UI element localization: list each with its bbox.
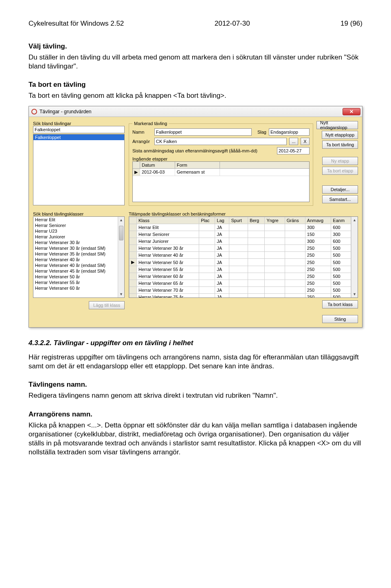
input-namn[interactable]: [154, 128, 252, 136]
btn-nytt-etapplopp[interactable]: Nytt etapplopp: [322, 131, 358, 139]
label-slag: Slag: [257, 130, 266, 134]
label-tillampade-klasser: Tillämpade tävlingsklasser och beräkning…: [129, 211, 358, 216]
list-item[interactable]: Herrar Veteraner 40 år (endast SM): [33, 262, 124, 268]
btn-arrangor-clear[interactable]: X: [301, 138, 310, 145]
table-row[interactable]: Herrar Veteraner 60 årJA250500: [130, 273, 351, 280]
label-sok-bland-tavlingsklasser: Sök bland tävlingsklasser: [33, 211, 125, 216]
btn-ta-bort-tavling[interactable]: Ta bort tävling: [322, 141, 358, 149]
col-plac: Plac: [199, 217, 215, 224]
btn-samstart[interactable]: Samstart...: [322, 195, 358, 203]
heading-arrangorens-namn: Arrangörens namn.: [29, 410, 362, 418]
input-sista-anmalningsdag[interactable]: [277, 147, 310, 154]
btn-nytt-endagarslopp[interactable]: Nytt endagarslopp: [316, 121, 358, 129]
input-arrangor[interactable]: [154, 138, 287, 145]
header-center: 2012-07-30: [215, 20, 250, 28]
table-row[interactable]: Herrar Veteraner 70 årJA250500: [130, 287, 351, 294]
col-datum: Datum: [140, 162, 175, 168]
table-row[interactable]: Herrar Veteraner 65 årJA250500: [130, 280, 351, 287]
scrollbar[interactable]: ▲ ▼: [351, 217, 358, 297]
list-item[interactable]: Herrar Veteraner 45 år (endast SM): [33, 268, 124, 274]
table-row[interactable]: ▶Herrar Veteraner 50 årJA250500: [130, 259, 351, 266]
scroll-up-icon[interactable]: ▲: [351, 217, 358, 223]
col-spurt: Spurt: [229, 217, 248, 224]
close-icon[interactable]: ✕: [343, 108, 360, 115]
list-item[interactable]: Herrar Veteraner 60 år: [33, 285, 124, 291]
paragraph-arrangorens-namn: Klicka på knappen <...>. Detta öppnar et…: [29, 421, 362, 457]
col-berg: Berg: [248, 217, 264, 224]
list-item[interactable]: Herrar Juniorer: [33, 234, 124, 240]
page-header: Cykelresultat för Windows 2.52 2012-07-3…: [29, 20, 362, 28]
btn-detaljer[interactable]: Detaljer...: [322, 185, 358, 194]
col-eanm: Eanm: [331, 217, 351, 224]
table-row[interactable]: Herrar ElitJA300600: [130, 224, 351, 231]
label-ingaende-etapper: Ingående etapper: [132, 156, 310, 161]
list-item[interactable]: Herrar Veteraner 50 år: [33, 274, 124, 280]
col-klass: Klass: [137, 217, 199, 224]
col-grans: Gräns: [285, 217, 305, 224]
table-row[interactable]: Herrar JuniorerJA300600: [130, 238, 351, 245]
table-tillampade-klasser[interactable]: Klass Plac Lag Spurt Berg Yngre Gräns An…: [129, 216, 358, 298]
paragraph-helhet: Här registreras uppgifter om tävlingens …: [29, 353, 362, 371]
scroll-down-icon[interactable]: ▼: [118, 291, 124, 297]
input-slag[interactable]: [269, 128, 310, 136]
list-item[interactable]: Herrar Veteraner 30 år: [33, 240, 124, 245]
app-icon: [31, 109, 37, 115]
table-row[interactable]: Herrar Veteraner 40 årJA250500: [130, 252, 351, 259]
table-row[interactable]: Herrar Veteraner 75 årJA250500: [130, 294, 351, 298]
table-etapper[interactable]: Datum Form ▶2012-06-03Gemensam st: [132, 161, 310, 202]
col-form: Form: [175, 162, 220, 168]
heading-ta-bort-tavling: Ta bort en tävling: [29, 81, 362, 89]
dialog-title: Tävlingar - grundvärden: [40, 109, 91, 115]
group-legend-markerad-tavling: Markerad tävling: [132, 121, 169, 126]
scroll-thumb[interactable]: [119, 226, 123, 240]
col-yngre: Yngre: [265, 217, 285, 224]
scroll-down-icon[interactable]: ▼: [351, 291, 358, 297]
btn-stang[interactable]: Stäng: [322, 315, 358, 323]
header-right: 19 (96): [340, 20, 362, 28]
heading-valj-tavling: Välj tävling.: [29, 42, 362, 51]
listbox-tavlingsklasser[interactable]: Herrar ElitHerrar SeniorerHerrar U23Herr…: [33, 216, 125, 298]
label-namn: Namn: [132, 130, 152, 134]
header-left: Cykelresultat för Windows 2.52: [29, 20, 124, 28]
col-lag: Lag: [215, 217, 229, 224]
table-row[interactable]: Herrar Veteraner 55 årJA250500: [130, 266, 351, 273]
list-item[interactable]: Herrar U23: [33, 228, 124, 234]
scroll-up-icon[interactable]: ▲: [118, 217, 124, 223]
btn-ta-bort-klass[interactable]: Ta bort klass: [322, 300, 358, 308]
paragraph-valj-tavling: Du ställer in den tävling du vill arbeta…: [29, 53, 362, 71]
listbox-tavlingar[interactable]: Falkenloppet: [33, 134, 125, 205]
btn-ny-etapp[interactable]: Ny etapp: [322, 157, 358, 165]
label-arrangor: Arrangör: [132, 139, 152, 144]
list-item[interactable]: Herrar Seniorer: [33, 222, 124, 228]
dialog-tavlingar-grundvarden: Tävlingar - grundvärden ✕ Sök bland tävl…: [29, 106, 362, 328]
list-item[interactable]: Herrar Veteraner 55 år: [33, 280, 124, 285]
paragraph-ta-bort-tavling: Ta bort en tävling genom att klicka på k…: [29, 91, 362, 100]
heading-4-3-2-2: 4.3.2.2. Tävlingar - uppgifter om en täv…: [29, 339, 362, 347]
table-row[interactable]: ▶2012-06-03Gemensam st: [133, 169, 309, 176]
list-item[interactable]: Herrar Veteraner 40 år: [33, 257, 124, 262]
search-tavlingar-input[interactable]: [33, 126, 125, 133]
btn-ta-bort-etapp[interactable]: Ta bort etapp: [322, 167, 358, 175]
paragraph-tavlingens-namn: Redigera tävlingens namn genom att skriv…: [29, 391, 362, 400]
dialog-titlebar[interactable]: Tävlingar - grundvärden ✕: [29, 106, 362, 117]
list-item[interactable]: Herrar Elit: [33, 217, 124, 222]
btn-lagg-till-klass[interactable]: Lägg till klass: [89, 301, 125, 309]
col-anmavg: Anmavg: [305, 217, 331, 224]
table-row[interactable]: Herrar SeniorerJA150300: [130, 231, 351, 238]
scrollbar[interactable]: ▲ ▼: [118, 217, 124, 297]
label-sok-bland-tavlingar: Sök bland tävlingar: [33, 121, 125, 126]
heading-tavlingens-namn: Tävlingens namn.: [29, 381, 362, 389]
list-item[interactable]: Herrar Veteraner 30 år (endast SM): [33, 245, 124, 251]
label-sista-anmalningsdag: Sista anmälningsdag utan efteranmälnings…: [132, 148, 275, 153]
table-row[interactable]: Herrar Veteraner 30 årJA250500: [130, 245, 351, 252]
list-item[interactable]: Falkenloppet: [33, 134, 124, 140]
btn-arrangor-browse[interactable]: ...: [289, 138, 298, 145]
list-item[interactable]: Herrar Veteraner 35 år (endast SM): [33, 251, 124, 257]
